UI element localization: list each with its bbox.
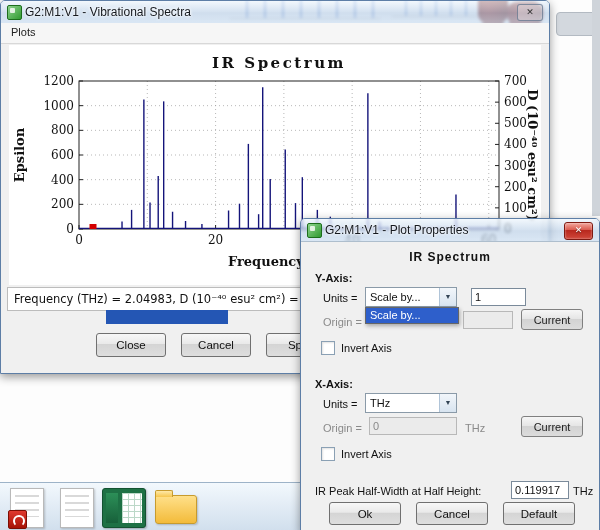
y-current-button[interactable]: Current	[521, 309, 583, 330]
dialog-header: IR Spectrum	[301, 250, 599, 264]
taskbar-item-pdf-document[interactable]	[6, 487, 52, 529]
app-icon	[7, 5, 22, 20]
desktop: G2:M1:V1 - Vibrational Spectra ✕ Plots 0…	[0, 0, 600, 530]
main-title-bar[interactable]: G2:M1:V1 - Vibrational Spectra ✕	[1, 1, 549, 23]
ok-button[interactable]: Ok	[329, 502, 401, 525]
chevron-down-icon: ▼	[439, 394, 456, 412]
y-units-dropdown[interactable]: Scale by...	[365, 307, 459, 324]
close-icon[interactable]: ✕	[517, 4, 543, 21]
cursor-readout: Frequency (THz) = 2.04983, D (10⁻⁴⁰ esu²…	[14, 292, 321, 306]
right-axis-label: D (10⁻⁴⁰ esu² cm²)	[525, 89, 540, 221]
y-origin-field	[463, 311, 513, 329]
document-icon	[60, 488, 94, 528]
right-tick-label: 500	[504, 116, 527, 130]
y-units-label: Units =	[323, 292, 358, 304]
chart-title: IR Spectrum	[212, 54, 346, 72]
right-tick-label: 100	[504, 201, 527, 215]
y-axis-section-label: Y-Axis:	[315, 272, 352, 284]
left-tick-label: 600	[51, 148, 74, 162]
app-icon	[307, 223, 322, 238]
left-tick-label: 1200	[43, 74, 74, 88]
close-icon[interactable]: ✕	[564, 222, 593, 240]
right-tick-label: 600	[504, 95, 527, 109]
x-units-label: Units =	[323, 398, 358, 410]
dialog-title-bar[interactable]: G2:M1:V1 - Plot Properties ✕	[301, 219, 599, 241]
x-origin-unit: THz	[465, 422, 485, 434]
taskbar-item-document[interactable]	[56, 487, 102, 529]
left-tick-label: 400	[51, 173, 74, 187]
cancel-button[interactable]: Cancel	[416, 502, 488, 525]
selection-highlight	[106, 310, 228, 324]
x-origin-label: Origin =	[323, 422, 362, 434]
document-icon	[10, 488, 44, 528]
window-title: G2:M1:V1 - Vibrational Spectra	[25, 5, 191, 19]
excel-icon	[102, 488, 146, 528]
y-units-value: Scale by...	[370, 291, 421, 303]
y-origin-label: Origin =	[323, 316, 362, 328]
background-edge-strip	[592, 0, 600, 216]
half-width-label: IR Peak Half-Width at Half Height:	[315, 485, 481, 497]
right-tick-label: 700	[504, 74, 527, 88]
menu-bar: Plots	[1, 23, 549, 44]
dialog-title: G2:M1:V1 - Plot Properties	[325, 223, 468, 237]
taskbar-item-folder[interactable]	[152, 487, 198, 529]
taskbar-item-excel[interactable]	[100, 487, 146, 529]
right-tick-label: 200	[504, 180, 527, 194]
y-scale-field[interactable]	[471, 288, 526, 306]
y-invert-axis-label: Invert Axis	[341, 342, 392, 354]
dropdown-item-scale-by[interactable]: Scale by...	[366, 308, 458, 323]
x-invert-axis-label: Invert Axis	[341, 448, 392, 460]
cancel-button[interactable]: Cancel	[181, 333, 251, 357]
left-axis-label: Epsilon	[12, 127, 27, 182]
left-tick-label: 1000	[43, 99, 74, 113]
menu-plots[interactable]: Plots	[11, 26, 35, 38]
plot-properties-dialog: G2:M1:V1 - Plot Properties ✕ IR Spectrum…	[300, 218, 600, 530]
x-tick-label: 0	[75, 233, 83, 247]
pdf-icon	[8, 510, 27, 529]
close-button[interactable]: Close	[96, 333, 166, 357]
left-tick-label: 800	[51, 123, 74, 137]
x-origin-field	[369, 417, 457, 435]
y-invert-axis-checkbox[interactable]	[321, 341, 335, 355]
folder-icon	[155, 495, 197, 524]
half-width-field[interactable]	[511, 481, 569, 499]
left-tick-label: 0	[66, 222, 74, 236]
half-width-unit: THz	[573, 485, 593, 497]
y-units-combo[interactable]: Scale by... ▼	[365, 287, 457, 307]
right-tick-label: 300	[504, 159, 527, 173]
dialog-body: IR Spectrum Y-Axis: Units = Scale by... …	[301, 241, 599, 530]
left-tick-label: 200	[51, 197, 74, 211]
x-current-button[interactable]: Current	[521, 416, 583, 437]
default-button[interactable]: Default	[503, 502, 575, 525]
x-units-combo[interactable]: THz ▼	[365, 393, 457, 413]
x-axis-section-label: X-Axis:	[315, 378, 353, 390]
right-tick-label: 400	[504, 137, 527, 151]
cursor-marker	[90, 224, 97, 229]
x-invert-axis-checkbox[interactable]	[321, 447, 335, 461]
chevron-down-icon: ▼	[439, 288, 456, 306]
x-tick-label: 20	[208, 233, 223, 247]
x-units-value: THz	[370, 397, 390, 409]
